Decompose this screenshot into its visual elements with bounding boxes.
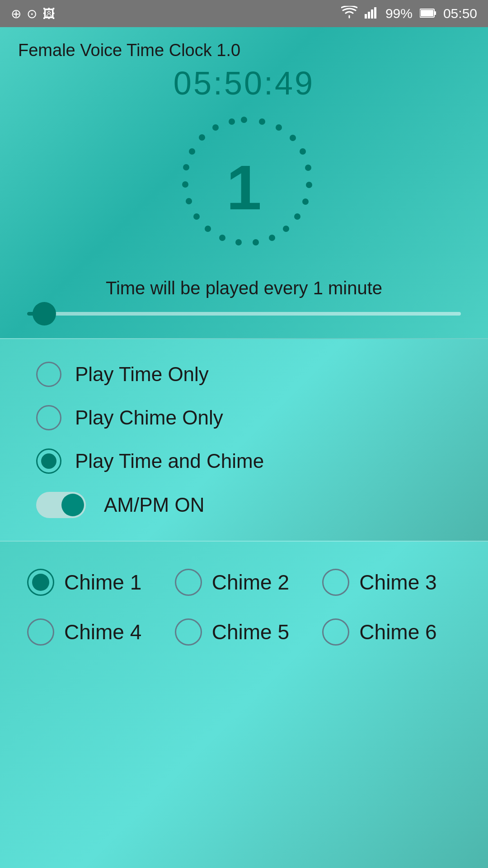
signal-icon: [365, 6, 378, 22]
app-title: Female Voice Time Clock 1.0: [18, 41, 240, 60]
svg-point-8: [259, 118, 265, 125]
svg-point-23: [186, 198, 192, 204]
svg-rect-6: [421, 10, 433, 16]
chime-label-2: Chime 2: [212, 570, 289, 594]
status-left-icons: ⊕ ⊙ 🖼: [11, 6, 55, 21]
chime-item-4[interactable]: Chime 4: [27, 618, 166, 646]
ampm-toggle[interactable]: [36, 492, 86, 518]
chimes-row-1: Chime 1 Chime 2 Chime 3: [27, 569, 461, 596]
radio-inner-selected: [41, 453, 56, 469]
svg-rect-3: [374, 7, 376, 19]
battery-percent: 99%: [385, 6, 413, 21]
svg-point-16: [283, 226, 289, 232]
svg-point-19: [235, 239, 242, 245]
svg-rect-2: [371, 9, 373, 19]
clock-time: 05:50:49: [174, 65, 314, 102]
chime-radio-4[interactable]: [27, 618, 54, 646]
svg-point-18: [253, 239, 259, 245]
svg-point-17: [269, 235, 275, 241]
svg-point-28: [212, 124, 219, 131]
chime-radio-6[interactable]: [322, 618, 349, 646]
toggle-knob: [61, 494, 84, 516]
chime-radio-5[interactable]: [175, 618, 202, 646]
radio-row-3[interactable]: Play Time and Chime: [36, 448, 452, 474]
radio-row-2[interactable]: Play Chime Only: [36, 405, 452, 430]
play-options-section: Play Time Only Play Chime Only Play Time…: [0, 339, 488, 542]
clock-section: Female Voice Time Clock 1.0 05:50:49: [0, 27, 488, 339]
chimes-section: Chime 1 Chime 2 Chime 3 Chime 4 Chime 5 …: [0, 542, 488, 868]
time-display: 05:50: [443, 6, 477, 21]
radio-play-time-only[interactable]: [36, 362, 61, 387]
slider-thumb[interactable]: [33, 302, 56, 326]
radio-row-1[interactable]: Play Time Only: [36, 362, 452, 387]
wifi-icon: [341, 6, 357, 22]
play-time-and-chime-label: Play Time and Chime: [75, 450, 264, 472]
chime-item-2[interactable]: Chime 2: [175, 569, 314, 596]
chime-item-1[interactable]: Chime 1: [27, 569, 166, 596]
svg-point-13: [306, 182, 312, 188]
chime-label-4: Chime 4: [64, 620, 141, 644]
chime-radio-inner-1: [32, 574, 49, 591]
interval-number: 1: [226, 151, 262, 224]
svg-point-12: [305, 165, 311, 171]
svg-point-14: [302, 198, 309, 205]
chime-label-1: Chime 1: [64, 570, 141, 594]
chime-label-5: Chime 5: [212, 620, 289, 644]
slider-track[interactable]: [27, 312, 461, 316]
svg-point-26: [189, 148, 195, 155]
interval-text: Time will be played every 1 minute: [106, 278, 382, 298]
image-icon: 🖼: [42, 6, 55, 21]
status-right-info: 99% 05:50: [341, 6, 477, 22]
svg-point-22: [193, 213, 200, 220]
chime-radio-2[interactable]: [175, 569, 202, 596]
chime-item-6[interactable]: Chime 6: [322, 618, 461, 646]
svg-rect-0: [365, 14, 367, 19]
svg-rect-1: [368, 12, 370, 19]
clock-circle: 1: [167, 111, 321, 264]
chime-label-6: Chime 6: [359, 620, 436, 644]
chime-label-3: Chime 3: [359, 570, 436, 594]
chimes-row-2: Chime 4 Chime 5 Chime 6: [27, 618, 461, 646]
chime-item-5[interactable]: Chime 5: [175, 618, 314, 646]
chime-radio-1[interactable]: [27, 569, 54, 596]
svg-point-11: [300, 148, 306, 155]
svg-point-27: [199, 134, 205, 141]
svg-point-21: [205, 226, 211, 232]
svg-point-29: [229, 118, 235, 125]
slider-container[interactable]: [18, 312, 470, 316]
chime-item-3[interactable]: Chime 3: [322, 569, 461, 596]
ampm-label: AM/PM ON: [104, 494, 204, 516]
svg-point-15: [294, 213, 300, 220]
svg-point-7: [241, 117, 247, 123]
play-time-only-label: Play Time Only: [75, 363, 209, 386]
svg-rect-5: [434, 11, 436, 15]
radio-play-time-and-chime[interactable]: [36, 448, 61, 474]
battery-icon: [420, 6, 436, 21]
chime-radio-3[interactable]: [322, 569, 349, 596]
radio-play-chime-only[interactable]: [36, 405, 61, 430]
svg-point-20: [219, 235, 225, 241]
svg-point-9: [276, 124, 282, 131]
at-icon: ⊕: [11, 6, 21, 21]
play-chime-only-label: Play Chime Only: [75, 406, 223, 429]
svg-point-24: [182, 181, 188, 188]
clock-status-icon: ⊙: [27, 6, 37, 21]
ampm-toggle-row: AM/PM ON: [36, 492, 452, 518]
status-bar: ⊕ ⊙ 🖼 99% 05:50: [0, 0, 488, 27]
svg-point-10: [290, 135, 296, 141]
svg-point-25: [183, 164, 189, 170]
